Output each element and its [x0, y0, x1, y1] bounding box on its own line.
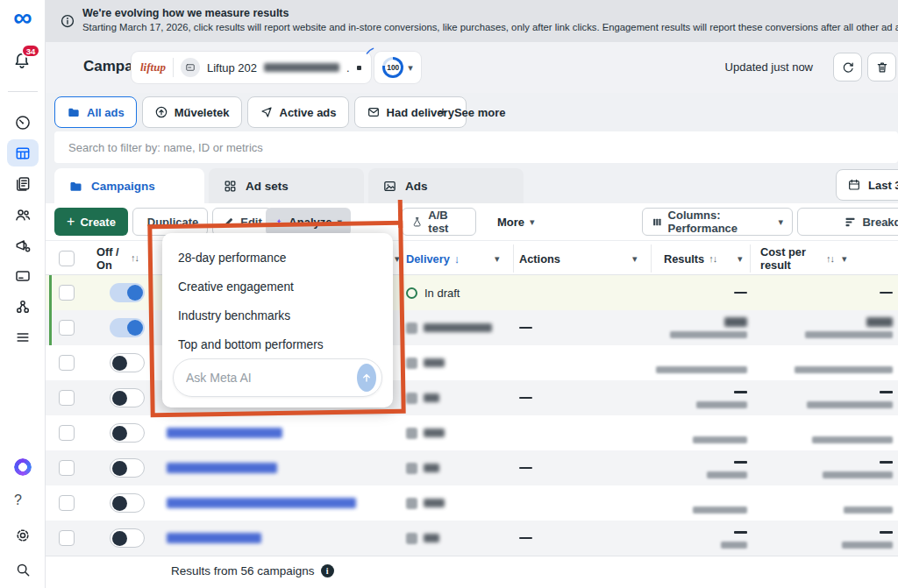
arrow-up-icon [360, 372, 373, 384]
sidebar-item-all-tools[interactable] [7, 323, 39, 351]
row-checkbox[interactable] [59, 425, 75, 441]
create-button[interactable]: + Create [54, 208, 128, 236]
cost-sort[interactable]: ↑↓ [826, 241, 834, 276]
sidebar-item-billing[interactable] [7, 262, 39, 289]
ab-test-button[interactable]: A/B test [402, 208, 476, 236]
delivery-icon-redacted [406, 498, 417, 509]
cost-filter-caret[interactable]: ▾ [842, 241, 847, 276]
campaign-name-link[interactable] [167, 498, 356, 508]
analyze-menu-item[interactable]: 28-day performance [178, 251, 286, 265]
row-checkbox[interactable] [59, 320, 75, 336]
info-icon[interactable]: i [321, 564, 334, 577]
send-button[interactable] [357, 364, 376, 392]
delivery-icon-redacted [406, 358, 417, 369]
table-row [46, 450, 898, 485]
redacted-text [424, 464, 439, 472]
tab-ad-sets[interactable]: Ad sets [209, 168, 364, 203]
select-all-checkbox[interactable] [59, 251, 75, 266]
row-checkbox[interactable] [59, 460, 75, 476]
cost-cell [807, 380, 893, 415]
account-score-button[interactable]: 100 ▾ [374, 52, 421, 83]
column-delivery[interactable]: Delivery↓ [406, 241, 460, 276]
notifications-button[interactable]: 34 [12, 51, 33, 74]
filter-chip-active-ads[interactable]: Active ads [247, 96, 349, 128]
column-actions[interactable]: Actions [519, 241, 560, 276]
cost-cell [880, 275, 893, 310]
campaign-toggle-off[interactable] [110, 423, 145, 443]
edit-button[interactable]: Edit [212, 208, 272, 236]
account-selector[interactable]: liftup Liftup 202 . [132, 52, 371, 83]
column-off-on[interactable]: Off / On↑↓ [96, 241, 139, 276]
row-checkbox[interactable] [59, 530, 75, 546]
ask-meta-ai-input[interactable] [174, 371, 357, 385]
column-name-caret[interactable]: ▾ [395, 241, 400, 276]
redacted-text [844, 507, 893, 514]
duplicate-button[interactable]: Duplicate [132, 208, 208, 236]
campaign-toggle-off[interactable] [110, 528, 145, 548]
page-header: Campaigns liftup Liftup 202 . 100 ▾ Upda… [46, 42, 898, 93]
refresh-button[interactable] [833, 53, 862, 81]
redacted-text [842, 542, 893, 549]
sidebar-item-campaigns[interactable] [7, 139, 39, 166]
campaign-toggle-on[interactable] [110, 283, 145, 302]
column-cost-per-result[interactable]: Cost perresult [760, 241, 813, 276]
analyze-menu-item[interactable]: Creative engagement [178, 280, 294, 294]
campaign-toggle-off[interactable] [110, 353, 145, 372]
row-checkbox[interactable] [59, 390, 75, 406]
campaign-toggle-on[interactable] [110, 318, 145, 337]
campaign-name-link[interactable] [167, 533, 261, 543]
actions-filter-caret[interactable]: ▾ [632, 241, 638, 276]
delivery-icon-redacted [406, 463, 417, 474]
delete-button[interactable] [867, 53, 896, 81]
sidebar-item-settings[interactable] [7, 524, 39, 547]
results-filter-caret[interactable]: ▾ [738, 241, 743, 276]
row-checkbox[interactable] [59, 495, 75, 511]
search-input[interactable] [54, 131, 898, 163]
campaign-name-link[interactable] [167, 463, 277, 473]
filter-chip-műveletek[interactable]: Műveletek [142, 96, 242, 128]
sidebar-item-account-overview[interactable] [7, 109, 39, 136]
sidebar-nav [0, 109, 46, 351]
redacted-text [707, 471, 747, 478]
delivery-filter-caret[interactable]: ▾ [495, 241, 500, 276]
sort-icon: ↑↓ [709, 253, 716, 264]
tab-ads[interactable]: Ads [368, 168, 524, 203]
row-checkbox[interactable] [59, 355, 75, 371]
see-more-button[interactable]: + See more [438, 96, 505, 128]
empty-value-dash [880, 292, 893, 294]
sidebar-item-audiences[interactable] [7, 201, 39, 228]
sidebar-item-events-manager[interactable] [7, 293, 39, 320]
sidebar-item-ads-reporting[interactable] [7, 170, 39, 197]
trash-icon [875, 60, 889, 74]
folder-icon [68, 179, 83, 194]
filter-chip-all-ads[interactable]: All ads [54, 96, 137, 128]
campaign-name-link[interactable] [167, 428, 282, 438]
redacted-text [424, 358, 445, 367]
columns-button[interactable]: Columns: Performance▾ [642, 208, 793, 236]
sidebar-item-help[interactable]: ? [7, 490, 39, 513]
row-checkbox[interactable] [59, 285, 75, 301]
refresh-icon [841, 60, 855, 74]
more-button[interactable]: More▾ [488, 208, 544, 236]
campaign-toggle-off[interactable] [110, 458, 145, 478]
campaign-toggle-off[interactable] [110, 493, 145, 513]
campaign-toggle-off[interactable] [110, 388, 145, 407]
breakdown-button[interactable]: Breakd [797, 208, 898, 236]
in-draft-icon [406, 287, 417, 299]
dot-separator: . [346, 61, 350, 74]
tab-campaigns[interactable]: Campaigns [54, 168, 204, 203]
analyze-menu-item[interactable]: Industry benchmarks [178, 309, 290, 322]
column-results[interactable]: Results↑↓ [664, 241, 716, 276]
analyze-button[interactable]: Analyze▾ [266, 208, 351, 236]
analyze-menu-item[interactable]: Top and bottom performers [178, 338, 324, 351]
sidebar-item-advertising-settings[interactable] [7, 231, 39, 259]
sidebar-item-search[interactable] [7, 558, 39, 581]
meta-logo-icon[interactable]: ∞ [0, 2, 46, 33]
chevron-down-icon: ▾ [408, 63, 413, 73]
date-range-button[interactable]: Last 3 [836, 169, 898, 201]
table-grid-icon [14, 145, 32, 162]
account-avatar [181, 58, 200, 77]
sidebar-item-meta-ai[interactable] [7, 456, 39, 478]
redacted-text [424, 323, 492, 332]
results-cell [656, 345, 747, 380]
